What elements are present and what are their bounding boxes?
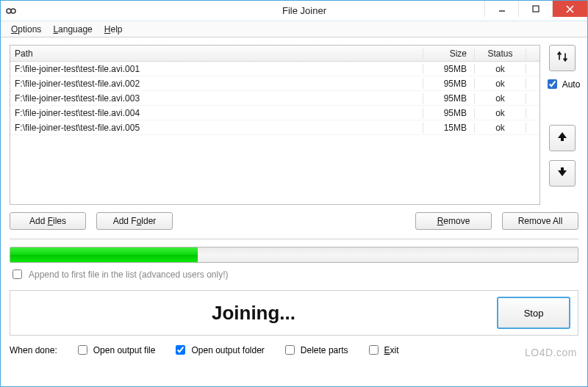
app-icon: [5, 5, 17, 17]
window-controls: [484, 1, 587, 17]
file-list[interactable]: Path Size Status F:\file-joiner-test\tes…: [10, 45, 540, 205]
auto-checkbox-row[interactable]: Auto: [545, 77, 581, 91]
auto-checkbox[interactable]: [548, 79, 557, 89]
when-done-label: When done:: [10, 345, 57, 355]
delete-parts-checkbox[interactable]: [285, 345, 295, 355]
cell-path: F:\file-joiner-test\test-file.avi.003: [10, 93, 423, 104]
add-files-button[interactable]: Add Files: [10, 212, 86, 230]
file-buttons-row: Add Files Add Folder Remove Remove All: [10, 212, 578, 230]
table-row[interactable]: F:\file-joiner-test\test-file.avi.00515M…: [10, 120, 539, 135]
menu-options[interactable]: Options: [7, 23, 46, 36]
open-output-file-checkbox[interactable]: [78, 345, 87, 355]
open-output-file-option[interactable]: Open output file: [75, 343, 156, 357]
sort-icon: [556, 50, 569, 67]
minimize-button[interactable]: [484, 1, 518, 17]
remove-all-button[interactable]: Remove All: [502, 212, 578, 230]
arrow-down-icon: [556, 166, 568, 181]
app-window: File Joiner Options Language Help Path S…: [0, 0, 588, 387]
open-output-folder-option[interactable]: Open output folder: [173, 343, 264, 357]
cell-path: F:\file-joiner-test\test-file.avi.001: [10, 64, 423, 74]
when-done-row: When done: Open output file Open output …: [10, 343, 578, 357]
file-list-body: F:\file-joiner-test\test-file.avi.00195M…: [10, 62, 539, 135]
divider: [10, 239, 578, 239]
cell-size: 95MB: [423, 79, 475, 89]
svg-rect-3: [533, 6, 539, 12]
table-row[interactable]: F:\file-joiner-test\test-file.avi.00195M…: [10, 62, 539, 76]
col-header-size[interactable]: Size: [423, 48, 475, 59]
append-checkbox[interactable]: [12, 270, 22, 279]
table-row[interactable]: F:\file-joiner-test\test-file.avi.00495M…: [10, 106, 539, 120]
menu-help[interactable]: Help: [100, 23, 127, 36]
cell-path: F:\file-joiner-test\test-file.avi.005: [10, 123, 423, 133]
open-output-file-label: Open output file: [93, 345, 156, 355]
append-label: Append to first file in the list (advanc…: [29, 270, 228, 280]
menubar: Options Language Help: [1, 21, 587, 37]
col-header-path[interactable]: Path: [10, 48, 423, 59]
progress-fill: [10, 247, 198, 262]
status-panel: Joining... Stop: [10, 290, 578, 336]
cell-path: F:\file-joiner-test\test-file.avi.002: [10, 79, 423, 89]
titlebar: File Joiner: [1, 1, 587, 21]
exit-option[interactable]: Exit: [366, 343, 399, 357]
svg-point-0: [7, 9, 11, 13]
cell-size: 95MB: [423, 64, 475, 74]
arrow-up-icon: [556, 131, 568, 146]
table-row[interactable]: F:\file-joiner-test\test-file.avi.00395M…: [10, 91, 539, 106]
table-row[interactable]: F:\file-joiner-test\test-file.avi.00295M…: [10, 76, 539, 91]
auto-label: Auto: [562, 79, 581, 90]
content-area: Path Size Status F:\file-joiner-test\tes…: [1, 37, 587, 363]
append-row[interactable]: Append to first file in the list (advanc…: [10, 267, 578, 281]
cell-size: 95MB: [423, 108, 475, 118]
exit-checkbox[interactable]: [369, 345, 379, 355]
status-text: Joining...: [18, 302, 490, 325]
cell-status: ok: [475, 108, 526, 118]
maximize-button[interactable]: [518, 1, 552, 17]
add-folder-button[interactable]: Add Folder: [96, 212, 173, 230]
move-down-button[interactable]: [549, 160, 576, 187]
progress-bar: [10, 247, 578, 263]
open-output-folder-checkbox[interactable]: [176, 345, 185, 355]
sort-button[interactable]: [549, 45, 576, 71]
move-up-button[interactable]: [549, 125, 576, 151]
cell-status: ok: [475, 79, 526, 89]
col-header-status[interactable]: Status: [475, 48, 526, 59]
menu-language[interactable]: Language: [49, 23, 96, 36]
cell-status: ok: [475, 123, 526, 133]
close-button[interactable]: [552, 1, 587, 17]
cell-status: ok: [475, 64, 526, 74]
cell-status: ok: [475, 93, 526, 104]
cell-size: 15MB: [423, 123, 475, 133]
remove-button[interactable]: Remove: [415, 212, 492, 230]
open-output-folder-label: Open output folder: [191, 345, 264, 355]
cell-size: 95MB: [423, 93, 475, 104]
delete-parts-label: Delete parts: [301, 345, 348, 355]
file-list-header: Path Size Status: [10, 46, 539, 62]
cell-path: F:\file-joiner-test\test-file.avi.004: [10, 108, 423, 118]
svg-point-1: [11, 9, 15, 13]
stop-button[interactable]: Stop: [497, 297, 570, 329]
delete-parts-option[interactable]: Delete parts: [282, 343, 348, 357]
exit-label: Exit: [384, 345, 399, 355]
side-controls: Auto: [546, 45, 578, 205]
